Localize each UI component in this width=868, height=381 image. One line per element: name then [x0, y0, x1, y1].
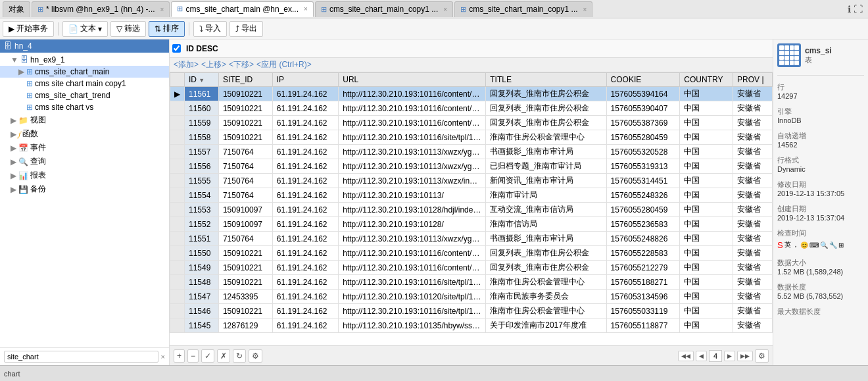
cell-url: http://112.30.210.193:10116/content/arti… — [339, 246, 486, 261]
cancel-button[interactable]: ✗ — [217, 349, 230, 363]
table-row[interactable]: 11555715076461.191.24.162http://112.30.2… — [170, 174, 773, 188]
last-page-button[interactable]: ▶▶ — [737, 351, 753, 361]
cell-url: http://112.30.210.193:10113/xwzx/ygdzt/s… — [339, 232, 486, 246]
cell-country: 中国 — [680, 290, 733, 304]
expand-icon[interactable]: ⛶ — [854, 4, 863, 14]
row-marker — [170, 116, 185, 130]
add-filter-link[interactable]: <添加> — [174, 59, 199, 70]
first-page-button[interactable]: ◀◀ — [678, 351, 694, 361]
tab-close-2[interactable]: × — [304, 5, 308, 13]
table-row[interactable]: 1155815091022161.191.24.162http://112.30… — [170, 130, 773, 145]
table-row[interactable]: 11554715076461.191.24.162http://112.30.2… — [170, 188, 773, 203]
apply-link[interactable]: <应用 (Ctrl+R)> — [256, 59, 312, 70]
table-row[interactable]: 1154915091022161.191.24.162http://112.30… — [170, 261, 773, 275]
ime-search-icon[interactable]: 🔍 — [820, 241, 828, 249]
table-row[interactable]: 1154615091022161.191.24.162http://112.30… — [170, 304, 773, 318]
tab-libsvm[interactable]: ⊞ * libsvm @hn_ex9_1 (hn_4) -... × — [32, 1, 170, 17]
table-row[interactable]: 11551715076461.191.24.162http://112.30.2… — [170, 232, 773, 246]
prev-page-button[interactable]: ◀ — [696, 351, 707, 361]
cell-cookie: 1576055228583 — [606, 246, 680, 261]
ime-en-icon[interactable]: 英 — [784, 240, 791, 249]
tree-item-backup[interactable]: ▶ 💾 备份 — [0, 182, 169, 196]
col-prov[interactable]: PROV | — [733, 73, 773, 87]
col-site-id[interactable]: SITE_ID — [218, 73, 272, 87]
sogou-icon[interactable]: S — [777, 240, 783, 250]
ime-settings-icon[interactable]: ⊞ — [838, 241, 844, 249]
ime-emoji-icon[interactable]: 😊 — [800, 241, 808, 249]
tab-object[interactable]: 对象 — [3, 1, 30, 17]
ime-tools-icon[interactable]: 🔧 — [829, 241, 837, 249]
table-row[interactable]: 1156015091022161.191.24.162http://112.30… — [170, 101, 773, 116]
confirm-button[interactable]: ✓ — [201, 349, 214, 363]
current-page[interactable]: 4 — [709, 350, 722, 362]
add-row-button[interactable]: + — [174, 349, 185, 363]
row-marker — [170, 246, 185, 261]
cell-cookie: 1576055280459 — [606, 203, 680, 217]
search-clear-button[interactable]: × — [161, 353, 165, 361]
panel-table-name: cms_si 表 — [805, 46, 832, 65]
search-input[interactable] — [4, 351, 158, 363]
col-title[interactable]: TITLE — [486, 73, 606, 87]
tree-item-reports[interactable]: ▶ 📊 报表 — [0, 168, 169, 182]
ime-keyboard-icon[interactable]: ⌨ — [809, 241, 819, 249]
tree-item-events[interactable]: ▶ 📅 事件 — [0, 141, 169, 155]
table-row[interactable]: 115471245339561.191.24.162http://112.30.… — [170, 290, 773, 304]
table-row[interactable]: 1155315091009761.191.24.162http://112.30… — [170, 203, 773, 217]
col-cookie[interactable]: COOKIE — [606, 73, 680, 87]
cell-site_id: 150910097 — [218, 217, 272, 232]
filter-button[interactable]: ▽ 筛选 — [110, 21, 146, 37]
tree-item-hn-ex9[interactable]: ▼ 🗄 hn_ex9_1 — [0, 54, 169, 66]
cell-title: 淮南市住房公积金管理中心 — [486, 304, 606, 318]
import-button[interactable]: ⤵ 导入 — [193, 21, 227, 37]
table-row[interactable]: 11556715076461.191.24.162http://112.30.2… — [170, 159, 773, 174]
cell-ip: 61.191.24.162 — [272, 246, 339, 261]
db-icon: 🗄 — [20, 55, 28, 64]
tree-item-functions[interactable]: ▶ 𝑓 函数 — [0, 127, 169, 141]
config-button[interactable]: ⚙ — [249, 349, 262, 363]
tab-close-1[interactable]: × — [160, 6, 164, 13]
text-button[interactable]: 📄 文本 ▾ — [62, 21, 108, 37]
page-settings-button[interactable]: ⚙ — [755, 349, 769, 363]
table-row[interactable]: 115451287612961.191.24.162http://112.30.… — [170, 318, 773, 333]
move-up-link[interactable]: <上移> — [201, 59, 226, 70]
tree-item-queries[interactable]: ▶ 🔍 查询 — [0, 155, 169, 168]
folder-icon: 📁 — [18, 116, 28, 125]
col-country[interactable]: COUNTRY — [680, 73, 733, 87]
table-row[interactable]: 1154815091022161.191.24.162http://112.30… — [170, 275, 773, 290]
col-id[interactable]: ID ▼ — [185, 73, 219, 87]
tree-item-cms-trend[interactable]: ▶ ⊞ cms_site_chart_trend — [0, 89, 169, 101]
table-row[interactable]: 1155015091022161.191.24.162http://112.30… — [170, 246, 773, 261]
data-size-label: 数据大小 — [777, 258, 864, 268]
tree-item-views[interactable]: ▶ 📁 视图 — [0, 113, 169, 127]
folder-icon: 𝑓 — [18, 130, 20, 139]
tab-close-4[interactable]: × — [583, 6, 587, 13]
table-row[interactable]: 1155215091009761.191.24.162http://112.30… — [170, 217, 773, 232]
col-url[interactable]: URL — [339, 73, 486, 87]
export-button[interactable]: ⤴ 导出 — [229, 21, 263, 37]
tab-cms-copy1b[interactable]: ⊞ cms_site_chart_main_copy1 ... × — [454, 1, 592, 17]
begin-transaction-button[interactable]: ▶ 开始事务 — [3, 21, 54, 37]
bottom-bar: + − ✓ ✗ ↻ ⚙ ◀◀ ◀ 4 ▶ ▶▶ ⚙ — [170, 345, 773, 365]
tab-label: cms_site_chart_main @hn_ex... — [185, 5, 299, 14]
table-row[interactable]: ▶1156115091022161.191.24.162http://112.3… — [170, 87, 773, 101]
info-icon[interactable]: ℹ — [848, 4, 851, 14]
check-time-label: 检查时间 — [777, 228, 864, 238]
next-page-button[interactable]: ▶ — [724, 351, 735, 361]
move-down-link[interactable]: <下移> — [229, 59, 254, 70]
table-row[interactable]: 11557715076461.191.24.162http://112.30.2… — [170, 145, 773, 159]
sort-button[interactable]: ⇅ 排序 — [149, 21, 185, 37]
tab-cms-copy1a[interactable]: ⊞ cms_site_chart_main_copy1 ... × — [315, 1, 453, 17]
tab-close-3[interactable]: × — [443, 6, 447, 13]
table-row[interactable]: 1155915091022161.191.24.162http://112.30… — [170, 116, 773, 130]
ime-punct-icon[interactable]: ， — [792, 240, 799, 249]
tab-cms-main[interactable]: ⊞ cms_site_chart_main @hn_ex... × — [171, 1, 313, 17]
data-table: ID ▼ SITE_ID IP URL TITLE COOKIE COUNTRY… — [170, 72, 773, 333]
tree-item-cms-copy1[interactable]: ▶ ⊞ cms site chart main copy1 — [0, 78, 169, 89]
id-desc-checkbox[interactable] — [172, 44, 181, 53]
col-ip[interactable]: IP — [272, 73, 339, 87]
tree-item-cms-main[interactable]: ▶ ⊞ cms_site_chart_main — [0, 66, 169, 78]
row-marker — [170, 188, 185, 203]
tree-item-cms-vs[interactable]: ▶ ⊞ cms site chart vs — [0, 101, 169, 113]
refresh-button[interactable]: ↻ — [233, 349, 246, 363]
remove-row-button[interactable]: − — [187, 349, 199, 363]
